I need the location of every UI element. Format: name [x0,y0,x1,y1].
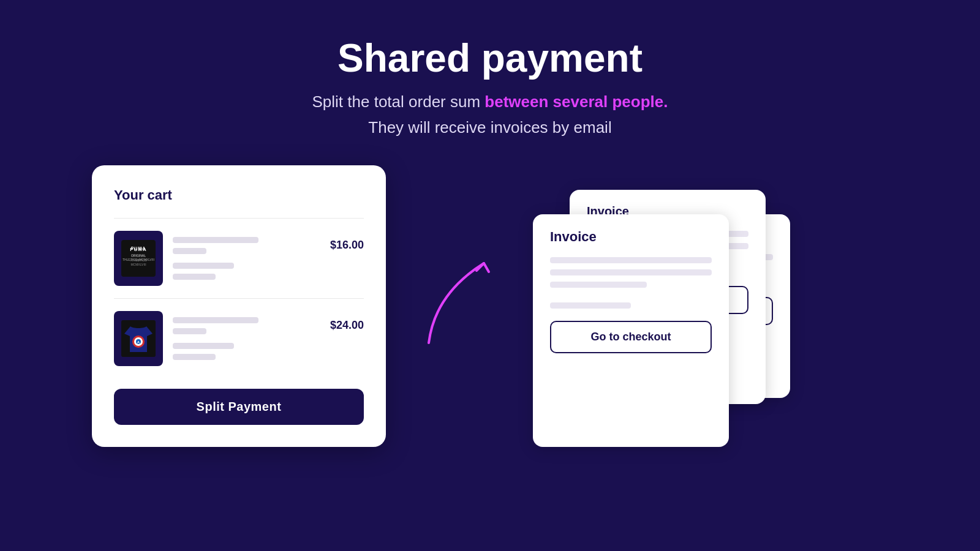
page-title: Shared payment [312,37,668,80]
cart-divider [114,218,364,219]
svg-rect-0 [123,241,154,275]
item-price-1: $16.00 [330,239,364,252]
invoice-title-1: Invoice [550,229,712,245]
item-price-2: $24.00 [330,319,364,332]
captain-shirt-graphic: A [121,320,156,357]
skeleton [173,354,216,360]
skeleton [173,263,234,269]
item-details-2: $24.00 [173,317,364,360]
invoices-area: Invoice Go to checkout Invoice Go [533,178,790,435]
svg-text:MCMXLVIII: MCMXLVIII [130,263,146,266]
item-image-1: PUMA ORIGINAL ATHLETICS MCMXLVIII [114,231,163,286]
item-price-row-2: $24.00 [173,317,364,334]
cart-title: Your cart [114,187,364,203]
svg-text:ORIGINAL: ORIGINAL [131,254,146,258]
skeleton [173,248,206,254]
item-image-2: A [114,311,163,366]
svg-text:PUMA: PUMA [130,247,147,252]
subtitle-before: Split the total order sum [312,92,485,111]
invoice-skeleton-group-1 [550,257,712,309]
page-header: Shared payment Split the total order sum… [312,37,668,141]
skeleton [550,257,712,263]
invoice-card-1: Invoice Go to checkout [533,214,729,447]
subtitle-highlight: between several people. [484,92,668,111]
skeleton [550,302,631,309]
cart-item-1: PUMA ORIGINAL ATHLETICS MCMXLVIII $16.00 [114,231,364,286]
skeleton [173,274,216,280]
cart-item-2: A $24.00 [114,311,364,366]
main-content: Your cart PUMA ORIGINAL ATHLETICS MCMXLV… [92,165,888,447]
skeleton [173,343,234,349]
split-arrow [423,245,496,367]
skeleton [550,269,712,276]
skeleton [173,328,206,334]
split-payment-button[interactable]: Split Payment [114,389,364,425]
item-details-1: $16.00 [173,237,364,280]
arrow-area [423,245,496,367]
svg-text:ATHLETICS: ATHLETICS [130,258,147,262]
svg-text:A: A [137,340,140,344]
skeleton [173,317,258,323]
page-subtitle: Split the total order sum between severa… [312,89,668,140]
subtitle-after: They will receive invoices by email [368,118,611,137]
cart-card: Your cart PUMA ORIGINAL ATHLETICS MCMXLV… [92,165,386,447]
skeleton [173,237,258,243]
checkout-button-1[interactable]: Go to checkout [550,321,712,353]
cart-divider-2 [114,298,364,299]
skeleton [550,282,647,288]
puma-shirt-graphic: PUMA ORIGINAL ATHLETICS MCMXLVIII [121,240,156,277]
item-price-row-1: $16.00 [173,237,364,254]
